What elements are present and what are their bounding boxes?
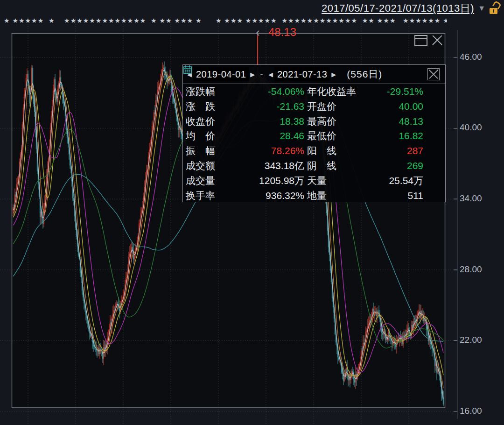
range-stats-header: ◀ 2019-04-01 ▶ - ◀ 2021-07-13 — [183, 65, 445, 84]
stat-value: 28.46 — [236, 128, 304, 143]
star-row: ★ ★★★★★ ★ ★★★★★★★★★★★★★ ★ ★★ ★★★ ★ ★ ★★★… — [4, 17, 447, 27]
stat-label: 最低价 — [304, 128, 380, 143]
stat-value: 1205.98万 — [236, 173, 304, 188]
stat-value: -29.51% — [380, 84, 423, 99]
stat-value: 48.13 — [380, 114, 423, 129]
stats-row: 涨 跌 -21.63 开盘价 40.00 — [183, 99, 445, 114]
y-axis-label: 40.00 — [460, 122, 482, 133]
stat-label: 成交量 — [186, 173, 236, 188]
next-date-arrow-icon[interactable]: ▶ — [331, 71, 336, 78]
y-axis-ticks — [454, 57, 457, 411]
y-axis-label: 46.00 — [460, 52, 482, 62]
date-range-selector[interactable]: 2017/05/17-2021/07/13(1013日) ▼ — [322, 1, 501, 15]
start-date-value: 2019-04-01 — [196, 69, 246, 80]
y-axis-label: 22.00 — [460, 335, 482, 345]
price-chart-canvas[interactable] — [0, 0, 504, 425]
stat-value: 511 — [380, 188, 423, 203]
y-axis-label: 16.00 — [460, 406, 482, 416]
range-days-label: (556日) — [347, 68, 382, 81]
lock-icon[interactable] — [489, 2, 501, 14]
stat-label: 年化收益率 — [304, 84, 380, 99]
prev-date-arrow-icon[interactable]: ◀ — [268, 71, 273, 78]
date-range-label[interactable]: 2017/05/17-2021/07/13(1013日) — [322, 1, 474, 15]
range-stats-body: 涨跌幅 -54.06% 年化收益率 -29.51% 涨 跌 -21.63 开盘价… — [183, 84, 445, 203]
period-high-label: 48.13 — [268, 26, 296, 39]
stat-label: 阴 线 — [304, 158, 380, 173]
stat-label: 振 幅 — [186, 143, 236, 158]
stat-label: 开盘价 — [304, 99, 380, 114]
start-date-picker[interactable]: 2019-04-01 — [193, 67, 249, 81]
stat-label: 涨 跌 — [186, 99, 236, 114]
stat-label: 地量 — [304, 188, 380, 203]
stats-row: 成交额 343.18亿 阴 线 269 — [183, 158, 445, 173]
stat-label: 涨跌幅 — [186, 84, 236, 99]
day-view-icon[interactable] — [414, 35, 427, 46]
stats-row: 换手率 936.32% 地量 511 — [183, 188, 445, 203]
y-axis-label: 28.00 — [460, 264, 482, 275]
close-icon[interactable] — [431, 35, 443, 47]
y-axis-label: 34.00 — [460, 193, 482, 204]
stat-value: 25.54万 — [380, 173, 423, 188]
calendar-icon[interactable] — [183, 65, 192, 74]
stat-value: -54.06% — [236, 84, 304, 99]
stat-label: 最高价 — [304, 114, 380, 129]
stat-value: 40.00 — [380, 99, 423, 114]
divider — [451, 18, 451, 28]
stat-value: 78.26% — [236, 143, 304, 158]
stat-value: 18.38 — [236, 114, 304, 129]
stat-value: 343.18亿 — [236, 158, 304, 173]
stat-value: -21.63 — [236, 99, 304, 114]
range-stats-panel: ◀ 2019-04-01 ▶ - ◀ 2021-07-13 — [182, 64, 446, 202]
stat-label: 均 价 — [186, 128, 236, 143]
stat-label: 收盘价 — [186, 114, 236, 129]
stat-value: 936.32% — [236, 188, 304, 203]
range-separator: - — [260, 69, 263, 80]
stat-value: 16.82 — [380, 128, 423, 143]
stats-row: 成交量 1205.98万 天量 25.54万 — [183, 173, 445, 188]
stat-value: 287 — [380, 143, 423, 158]
stat-label: 换手率 — [186, 188, 236, 203]
next-date-arrow-icon[interactable]: ▶ — [250, 71, 255, 78]
panel-close-icon[interactable] — [427, 68, 440, 80]
stats-row: 均 价 28.46 最低价 16.82 — [183, 128, 445, 143]
stat-label: 天量 — [304, 173, 380, 188]
stat-label: 阳 线 — [304, 143, 380, 158]
dropdown-arrow-icon[interactable]: ▼ — [478, 5, 485, 12]
stats-row: 涨跌幅 -54.06% 年化收益率 -29.51% — [183, 84, 445, 99]
stock-analysis-window: 46.00 40.00 34.00 28.00 22.00 16.00 ‹ 48… — [0, 0, 504, 425]
end-date-picker[interactable]: 2021-07-13 — [274, 67, 330, 81]
stat-value: 269 — [380, 158, 423, 173]
high-arrow-icon: ‹ — [256, 26, 260, 38]
stats-row: 收盘价 18.38 最高价 48.13 — [183, 114, 445, 129]
stat-label: 成交额 — [186, 158, 236, 173]
end-date-value: 2021-07-13 — [277, 69, 327, 80]
stats-row: 振 幅 78.26% 阳 线 287 — [183, 143, 445, 158]
